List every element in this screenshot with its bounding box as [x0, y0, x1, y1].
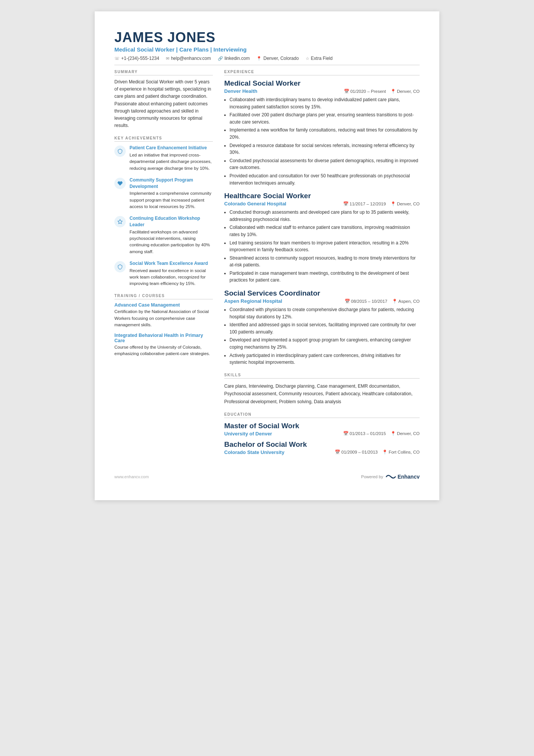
edu-location-1: 📍 Denver, CO — [390, 431, 420, 436]
edu-item-1: Master of Social Work University of Denv… — [224, 422, 420, 437]
training-title: TRAINING / COURSES — [114, 294, 213, 299]
achievement-title-3: Continuing Education Workshop Leader — [130, 215, 213, 228]
skills-text: Care plans, Interviewing, Discharge plan… — [224, 382, 420, 405]
edu-calendar-2: 📅 01/2009 – 01/2013 — [335, 449, 378, 455]
training-item-2: Integrated Behavioral Health in Primary … — [114, 333, 213, 357]
job-dates-3: 📅 08/2015 – 10/2017 📍 Aspen, CO — [345, 299, 420, 304]
achievement-content-1: Patient Care Enhancement Initiative Led … — [130, 145, 213, 172]
bullet-2-5: Participated in case management team mee… — [230, 270, 420, 284]
job-3: Social Services Coordinator Aspen Region… — [224, 289, 420, 366]
location-icon-3: 📍 Aspen, CO — [392, 299, 420, 304]
job-dates-1: 📅 01/2020 – Present 📍 Denver, CO — [344, 89, 420, 94]
bullet-1-3: Implemented a new workflow for family co… — [230, 127, 420, 141]
job-bullets-1: Collaborated with interdisciplinary team… — [230, 96, 420, 186]
enhancv-logo: Enhancv — [386, 473, 420, 480]
training-name-1: Advanced Case Management — [114, 302, 213, 308]
achievement-content-4: Social Work Team Excellence Award Receiv… — [130, 260, 213, 287]
skills-title: SKILLS — [224, 373, 420, 379]
achievement-icon-2 — [114, 178, 126, 189]
bullet-2-1: Conducted thorough assessments and devel… — [230, 209, 420, 223]
contact-extra: ☆ Extra Field — [306, 56, 333, 61]
training-section: TRAINING / COURSES Advanced Case Managem… — [114, 294, 213, 357]
svg-marker-0 — [118, 219, 122, 224]
resume-page: JAMES JONES Medical Social Worker | Care… — [95, 11, 439, 500]
job-bullets-2: Conducted thorough assessments and devel… — [230, 209, 420, 284]
footer-website: www.enhancv.com — [114, 474, 149, 479]
edu-degree-2: Bachelor of Social Work — [224, 440, 420, 449]
achievement-icon-3 — [114, 216, 126, 227]
candidate-name: JAMES JONES — [114, 30, 420, 45]
bullet-1-6: Provided education and consultation for … — [230, 172, 420, 186]
education-title: EDUCATION — [224, 412, 420, 418]
job-meta-1: Denver Health 📅 01/2020 – Present 📍 Denv… — [224, 88, 420, 94]
achievement-desc-3: Facilitated workshops on advanced psycho… — [130, 229, 213, 255]
training-desc-2: Course offered by the University of Colo… — [114, 344, 213, 357]
enhancv-brand: Enhancv — [398, 474, 420, 480]
job-title-1: Medical Social Worker — [224, 79, 420, 88]
experience-section: EXPERIENCE Medical Social Worker Denver … — [224, 70, 420, 366]
contact-location: 📍 Denver, Colorado — [256, 56, 298, 61]
bullet-1-4: Developed a resource database for social… — [230, 142, 420, 156]
edu-dates-1: 📅 01/2013 – 01/2015 📍 Denver, CO — [343, 431, 420, 436]
achievement-title-2: Community Support Program Development — [130, 177, 213, 190]
achievement-item-4: Social Work Team Excellence Award Receiv… — [114, 260, 213, 287]
achievement-title-4: Social Work Team Excellence Award — [130, 260, 213, 267]
job-bullets-3: Coordinated with physicians to create co… — [230, 306, 420, 366]
contact-phone: ☏ +1-(234)-555-1234 — [114, 56, 159, 61]
achievements-section: KEY ACHIEVEMENTS Patient Care Enhancemen… — [114, 136, 213, 287]
calendar-icon-1: 📅 01/2020 – Present — [344, 89, 386, 94]
contact-linkedin: 🔗 linkedin.com — [218, 56, 250, 61]
candidate-tagline: Medical Social Worker | Care Plans | Int… — [114, 46, 420, 53]
job-company-3: Aspen Regional Hospital — [224, 298, 282, 304]
powered-by: Powered by Enhancv — [361, 473, 420, 480]
achievement-content-2: Community Support Program Development Im… — [130, 177, 213, 210]
experience-title: EXPERIENCE — [224, 70, 420, 75]
edu-item-2: Bachelor of Social Work Colorado State U… — [224, 440, 420, 455]
enhancv-logo-icon — [386, 473, 396, 480]
bullet-3-2: Identified and addressed gaps in social … — [230, 321, 420, 335]
training-item-1: Advanced Case Management Certification b… — [114, 302, 213, 328]
star-icon-3 — [117, 219, 123, 224]
bullet-1-1: Collaborated with interdisciplinary team… — [230, 96, 420, 110]
edu-school-2: Colorado State University — [224, 449, 284, 455]
contact-row: ☏ +1-(234)-555-1234 ✉ help@enhancv.com 🔗… — [114, 56, 420, 65]
bullet-3-3: Developed and implemented a support grou… — [230, 337, 420, 351]
bullet-2-2: Collaborated with medical staff to enhan… — [230, 224, 420, 238]
skills-section: SKILLS Care plans, Interviewing, Dischar… — [224, 373, 420, 405]
right-column: EXPERIENCE Medical Social Worker Denver … — [224, 70, 420, 462]
achievement-icon-1 — [114, 146, 126, 157]
training-name-2: Integrated Behavioral Health in Primary … — [114, 333, 213, 343]
calendar-icon-2: 📅 11/2017 – 12/2019 — [343, 201, 386, 207]
shield-icon-4 — [117, 264, 123, 269]
achievement-content-3: Continuing Education Workshop Leader Fac… — [130, 215, 213, 255]
training-desc-1: Certification by the National Associatio… — [114, 308, 213, 328]
edu-meta-1: University of Denver 📅 01/2013 – 01/2015… — [224, 431, 420, 437]
edu-calendar-1: 📅 01/2013 – 01/2015 — [343, 431, 386, 436]
contact-email: ✉ help@enhancv.com — [166, 56, 211, 61]
job-title-3: Social Services Coordinator — [224, 289, 420, 297]
location-icon-2: 📍 Denver, CO — [390, 201, 420, 207]
achievements-title: KEY ACHIEVEMENTS — [114, 136, 213, 142]
header: JAMES JONES Medical Social Worker | Care… — [114, 30, 420, 65]
achievement-title-1: Patient Care Enhancement Initiative — [130, 145, 213, 151]
summary-text: Driven Medical Social Worker with over 5… — [114, 78, 213, 129]
job-1: Medical Social Worker Denver Health 📅 01… — [224, 79, 420, 186]
job-company-2: Colorado General Hospital — [224, 201, 286, 207]
shield-icon-1 — [117, 149, 123, 154]
achievement-item-2: Community Support Program Development Im… — [114, 177, 213, 210]
edu-location-2: 📍 Fort Collins, CO — [382, 449, 420, 455]
achievement-desc-4: Received award for excellence in social … — [130, 268, 213, 287]
job-meta-3: Aspen Regional Hospital 📅 08/2015 – 10/2… — [224, 298, 420, 304]
edu-dates-2: 📅 01/2009 – 01/2013 📍 Fort Collins, CO — [335, 449, 420, 455]
edu-meta-2: Colorado State University 📅 01/2009 – 01… — [224, 449, 420, 455]
bullet-3-1: Coordinated with physicians to create co… — [230, 306, 420, 320]
education-section: EDUCATION Master of Social Work Universi… — [224, 412, 420, 455]
left-column: SUMMARY Driven Medical Social Worker wit… — [114, 70, 213, 462]
job-dates-2: 📅 11/2017 – 12/2019 📍 Denver, CO — [343, 201, 420, 207]
job-title-2: Healthcare Social Worker — [224, 192, 420, 200]
job-meta-2: Colorado General Hospital 📅 11/2017 – 12… — [224, 201, 420, 207]
achievement-desc-1: Led an initiative that improved cross-de… — [130, 152, 213, 172]
body-layout: SUMMARY Driven Medical Social Worker wit… — [114, 70, 420, 462]
edu-degree-1: Master of Social Work — [224, 422, 420, 430]
linkedin-icon: 🔗 — [218, 56, 223, 61]
